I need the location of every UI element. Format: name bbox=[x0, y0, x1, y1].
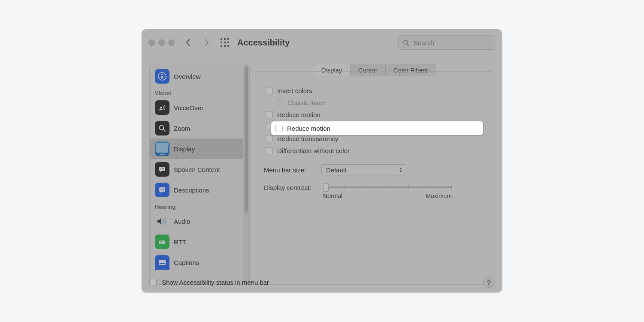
display-icon bbox=[155, 141, 169, 156]
show-all-button[interactable] bbox=[220, 38, 230, 47]
svg-line-15 bbox=[163, 129, 166, 132]
increase-contrast-row[interactable]: Increase contrast bbox=[264, 120, 485, 132]
stage: Accessibility Overview bbox=[0, 0, 644, 322]
sidebar: Overview Vision VoiceOver Zoom bbox=[149, 64, 250, 285]
menu-bar-size-select[interactable]: Default ▲▼ bbox=[321, 164, 406, 175]
reduce-motion-checkbox[interactable] bbox=[266, 111, 273, 118]
search-input[interactable] bbox=[413, 39, 496, 47]
differentiate-without-color-row[interactable]: Differentiate without color bbox=[264, 144, 485, 156]
rtt-icon bbox=[155, 235, 169, 249]
window-title: Accessibility bbox=[237, 38, 290, 48]
menu-bar-size-label: Menu bar size: bbox=[264, 166, 315, 174]
voiceover-icon bbox=[155, 100, 169, 115]
svg-rect-4 bbox=[224, 42, 226, 43]
svg-rect-29 bbox=[159, 260, 166, 265]
svg-point-21 bbox=[160, 189, 161, 190]
zoom-icon bbox=[155, 121, 169, 135]
chevron-updown-icon: ▲▼ bbox=[399, 167, 402, 173]
show-status-checkbox[interactable] bbox=[149, 279, 157, 286]
reduce-transparency-row[interactable]: Reduce transparency bbox=[264, 132, 485, 144]
zoom-window-button[interactable] bbox=[168, 39, 175, 46]
sidebar-item-label: Descriptions bbox=[174, 187, 209, 194]
forward-button[interactable] bbox=[203, 39, 211, 46]
display-contrast-row: Display contrast: Normal Maximum bbox=[264, 184, 485, 199]
svg-rect-30 bbox=[160, 263, 162, 264]
content-pane: Display Cursor Color Filters Invert colo… bbox=[255, 64, 494, 285]
svg-rect-7 bbox=[224, 45, 226, 47]
window-footer: Show Accessibility status in menu bar ? bbox=[142, 272, 502, 292]
classic-invert-checkbox bbox=[276, 99, 283, 106]
captions-icon bbox=[155, 255, 169, 270]
overview-icon bbox=[155, 69, 169, 84]
svg-rect-2 bbox=[227, 38, 229, 40]
sidebar-item-spoken-content[interactable]: Spoken Content bbox=[150, 159, 243, 180]
slider-max-label: Maximum bbox=[426, 193, 452, 199]
checkbox-label: Reduce transparency bbox=[277, 135, 339, 142]
display-contrast-slider[interactable]: Normal Maximum bbox=[323, 184, 452, 199]
svg-point-22 bbox=[162, 189, 163, 190]
sidebar-item-label: Overview bbox=[174, 73, 201, 80]
svg-rect-26 bbox=[161, 241, 162, 242]
svg-rect-31 bbox=[162, 263, 165, 264]
sidebar-item-zoom[interactable]: Zoom bbox=[150, 118, 243, 138]
classic-invert-row: Classic Invert bbox=[264, 96, 485, 108]
sidebar-item-audio[interactable]: Audio bbox=[150, 211, 243, 232]
reduce-transparency-checkbox[interactable] bbox=[266, 135, 273, 142]
help-button[interactable]: ? bbox=[483, 277, 494, 288]
checkbox-label: Increase contrast bbox=[277, 123, 327, 130]
search-field[interactable] bbox=[398, 35, 495, 50]
sidebar-item-label: Audio bbox=[174, 218, 190, 225]
differentiate-without-color-checkbox[interactable] bbox=[266, 147, 273, 154]
titlebar: Accessibility bbox=[142, 29, 502, 56]
search-icon bbox=[403, 39, 409, 46]
checkbox-label: Reduce motion bbox=[277, 111, 320, 118]
scrollbar-thumb[interactable] bbox=[245, 66, 248, 212]
svg-point-17 bbox=[160, 169, 161, 169]
svg-point-12 bbox=[161, 74, 163, 75]
sidebar-item-label: Spoken Content bbox=[174, 166, 220, 173]
menu-bar-size-row: Menu bar size: Default ▲▼ bbox=[264, 164, 485, 175]
preferences-window: Accessibility Overview bbox=[142, 29, 502, 292]
sidebar-item-captions[interactable]: Captions bbox=[150, 252, 243, 273]
sidebar-item-voiceover[interactable]: VoiceOver bbox=[150, 97, 243, 118]
slider-min-label: Normal bbox=[323, 193, 342, 199]
svg-rect-28 bbox=[160, 243, 163, 244]
minimize-window-button[interactable] bbox=[158, 39, 165, 46]
window-body: Overview Vision VoiceOver Zoom bbox=[142, 56, 502, 292]
sidebar-item-overview[interactable]: Overview bbox=[150, 66, 243, 87]
increase-contrast-checkbox[interactable] bbox=[266, 123, 273, 130]
svg-rect-5 bbox=[227, 42, 229, 43]
checkbox-label: Invert colors bbox=[277, 87, 312, 94]
sidebar-item-label: RTT bbox=[174, 238, 186, 246]
back-button[interactable] bbox=[184, 39, 192, 46]
sidebar-item-rtt[interactable]: RTT bbox=[150, 232, 243, 252]
section-heading-vision: Vision bbox=[150, 87, 243, 97]
checkbox-label: Differentiate without color bbox=[277, 147, 350, 154]
nav-arrows bbox=[184, 39, 211, 46]
reduce-motion-row[interactable]: Reduce motion bbox=[264, 108, 485, 120]
invert-colors-row[interactable]: Invert colors bbox=[264, 84, 485, 96]
svg-line-10 bbox=[407, 44, 409, 45]
sidebar-scrollbar[interactable] bbox=[243, 64, 249, 284]
spoken-content-icon bbox=[155, 162, 169, 177]
slider-knob[interactable] bbox=[323, 183, 329, 192]
svg-rect-8 bbox=[227, 45, 229, 47]
checkbox-label: Classic Invert bbox=[287, 99, 326, 106]
svg-rect-1 bbox=[224, 38, 226, 40]
sidebar-item-descriptions[interactable]: Descriptions bbox=[150, 180, 243, 200]
svg-point-18 bbox=[162, 169, 163, 169]
show-status-label: Show Accessibility status in menu bar bbox=[162, 279, 269, 286]
close-window-button[interactable] bbox=[148, 39, 155, 46]
sidebar-item-label: Captions bbox=[174, 259, 199, 266]
svg-point-23 bbox=[163, 189, 164, 190]
svg-point-13 bbox=[160, 107, 162, 109]
sidebar-item-label: Zoom bbox=[174, 125, 190, 132]
svg-rect-0 bbox=[221, 38, 222, 40]
display-contrast-label: Display contrast: bbox=[264, 184, 319, 191]
display-panel: Invert colors Classic Invert Reduce moti… bbox=[255, 71, 494, 285]
sidebar-item-label: Display bbox=[174, 145, 195, 153]
section-heading-hearing: Hearing bbox=[150, 200, 243, 211]
sidebar-item-display[interactable]: Display bbox=[150, 138, 243, 159]
svg-rect-6 bbox=[221, 45, 222, 47]
invert-colors-checkbox[interactable] bbox=[266, 87, 273, 94]
